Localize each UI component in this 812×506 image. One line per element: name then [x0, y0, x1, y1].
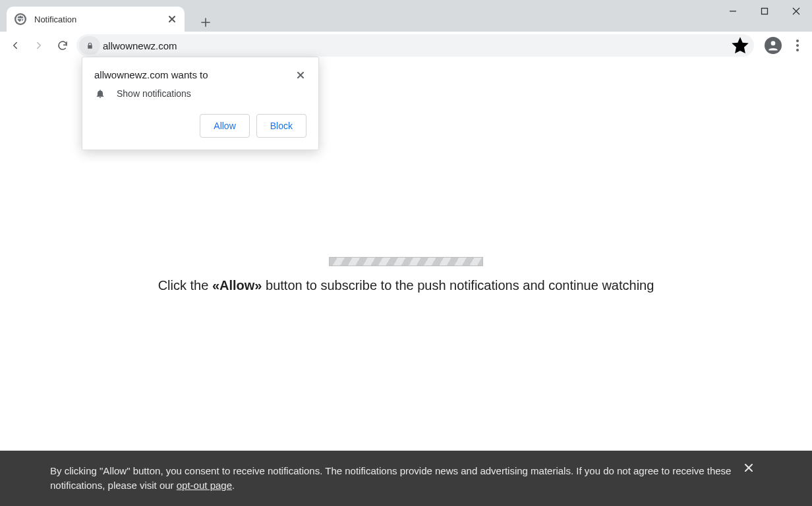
tab-title: Notification [34, 14, 167, 24]
browser-tab[interactable]: Notification [7, 7, 185, 32]
minimize-button[interactable] [717, 0, 749, 22]
title-bar: Notification [0, 0, 812, 32]
url-text: allwownewz.com [103, 40, 729, 51]
lock-icon[interactable] [79, 36, 100, 55]
new-tab-button[interactable] [196, 13, 215, 32]
bell-icon [94, 88, 106, 99]
address-bar[interactable]: allwownewz.com [76, 34, 754, 57]
menu-button[interactable] [790, 34, 805, 57]
block-label: Block [270, 121, 293, 131]
reload-button[interactable] [53, 36, 72, 55]
allow-button[interactable]: Allow [200, 114, 249, 138]
consent-text-1: By clicking "Allow" button, you consent … [50, 465, 731, 491]
browser-toolbar: allwownewz.com [0, 32, 812, 59]
notification-permission-popup: allwownewz.com wants to Show notificatio… [82, 57, 319, 150]
tab-strip: Notification [0, 0, 215, 32]
page-center: Click the «Allow» button to subscribe to… [0, 257, 812, 293]
instruction-text: Click the «Allow» button to subscribe to… [0, 278, 812, 293]
svg-point-1 [771, 41, 776, 45]
consent-text-2: . [232, 480, 235, 491]
instr-post: button to subscribe to the push notifica… [262, 278, 654, 293]
tab-close-icon[interactable] [167, 14, 177, 24]
loading-bar [329, 257, 483, 266]
consent-text: By clicking "Allow" button, you consent … [50, 464, 762, 493]
allow-label: Allow [214, 121, 235, 131]
maximize-button[interactable] [749, 0, 780, 22]
window-controls [717, 0, 812, 22]
svg-point-2 [796, 40, 799, 42]
profile-avatar[interactable] [765, 37, 782, 54]
instr-bold: «Allow» [212, 278, 262, 293]
consent-close-icon[interactable] [742, 461, 755, 474]
forward-button[interactable] [29, 36, 49, 55]
bookmark-button[interactable] [729, 34, 751, 57]
opt-out-link[interactable]: opt-out page [177, 480, 232, 491]
permission-item-text: Show notifications [117, 88, 191, 99]
back-button[interactable] [5, 36, 25, 55]
consent-bar: By clicking "Allow" button, you consent … [0, 451, 812, 506]
instr-pre: Click the [158, 278, 212, 293]
svg-point-3 [796, 44, 799, 47]
svg-rect-0 [762, 9, 768, 14]
svg-point-4 [796, 49, 799, 51]
block-button[interactable]: Block [256, 114, 306, 138]
close-window-button[interactable] [780, 0, 812, 22]
globe-icon [14, 13, 26, 25]
permission-title: allwownewz.com wants to [94, 69, 295, 81]
permission-close-icon[interactable] [295, 69, 306, 81]
